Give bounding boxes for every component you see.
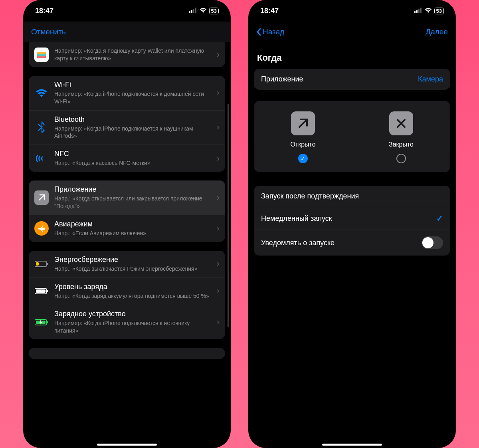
home-indicator[interactable]	[97, 444, 157, 446]
chevron-right-icon: ›	[217, 153, 220, 164]
open-icon	[291, 111, 315, 135]
wifi-icon	[34, 86, 49, 100]
status-time: 18:47	[35, 7, 53, 15]
charger-icon	[34, 315, 49, 329]
row-subtitle: Напр.: «Если Авиарежим включен»	[54, 230, 211, 237]
svg-rect-16	[47, 321, 48, 323]
row-immediate[interactable]: Немедленный запуск ✓	[254, 207, 450, 230]
home-indicator[interactable]	[322, 444, 382, 446]
chevron-left-icon	[256, 28, 261, 36]
battery-indicator: 53	[209, 8, 219, 14]
app-select-row[interactable]: Приложение Камера	[254, 69, 450, 90]
group-wallet: Например: «Когда я подношу карту Wallet …	[29, 42, 225, 67]
row-title: Авиарежим	[54, 220, 211, 228]
low-power-icon	[34, 257, 49, 271]
svg-rect-13	[47, 290, 48, 292]
status-time: 18:47	[260, 7, 279, 15]
chevron-right-icon: ›	[217, 286, 220, 296]
svg-rect-5	[37, 52, 46, 54]
row-airplane[interactable]: Авиарежим Напр.: «Если Авиарежим включен…	[29, 215, 225, 242]
cancel-button[interactable]: Отменить	[31, 28, 66, 36]
row-wallet[interactable]: Например: «Когда я подношу карту Wallet …	[29, 42, 225, 67]
run-settings: Запуск после подтверждения Немедленный з…	[254, 186, 450, 256]
radio-open[interactable]: ✓	[298, 154, 308, 163]
row-charger[interactable]: Зарядное устройство Например: «Когда iPh…	[29, 305, 225, 339]
chevron-right-icon: ›	[217, 317, 220, 327]
battery-icon	[34, 284, 49, 298]
chevron-right-icon: ›	[217, 122, 220, 133]
wallet-icon	[34, 48, 49, 62]
group-app: Приложение Напр.: «Когда открывается или…	[29, 180, 225, 242]
row-subtitle: Напр.: «Когда открывается или закрываетс…	[54, 195, 211, 210]
back-label: Назад	[263, 28, 284, 36]
group-cut	[29, 348, 225, 359]
section-title: Когда	[257, 53, 450, 63]
row-subtitle: Например: «Когда я подношу карту Wallet …	[54, 47, 211, 62]
setting-label: Немедленный запуск	[261, 214, 332, 223]
option-close[interactable]: Закрыто	[352, 111, 450, 163]
close-icon	[389, 111, 413, 135]
svg-rect-12	[36, 289, 46, 293]
svg-rect-10	[47, 263, 48, 265]
svg-rect-2	[193, 9, 194, 13]
chevron-right-icon: ›	[217, 223, 220, 234]
row-lowpower[interactable]: Энергосбережение Напр.: «Когда выключает…	[29, 251, 225, 278]
row-nfc[interactable]: NFC Напр.: «Когда я касаюсь NFC-метки» ›	[29, 145, 225, 172]
row-subtitle: Например: «Когда iPhone подключается к д…	[54, 90, 211, 105]
svg-rect-9	[36, 262, 39, 266]
option-open[interactable]: Открыто ✓	[254, 111, 352, 163]
row-subtitle: Напр.: «Когда заряд аккумулятора подниме…	[54, 292, 211, 300]
setting-label: Запуск после подтверждения	[261, 192, 359, 200]
open-close-options: Открыто ✓ Закрыто	[254, 101, 450, 172]
row-notify[interactable]: Уведомлять о запуске	[254, 230, 450, 256]
group-connectivity: Wi-Fi Например: «Когда iPhone подключает…	[29, 76, 225, 172]
svg-rect-1	[191, 10, 192, 13]
option-label: Открыто	[290, 141, 315, 148]
kv-label: Приложение	[261, 75, 303, 83]
airplane-icon	[34, 221, 49, 236]
row-title: Зарядное устройство	[54, 310, 211, 318]
status-bar: 18:47 53	[23, 0, 231, 22]
row-subtitle: Напр.: «Когда выключается Режим энергосб…	[54, 265, 211, 273]
trigger-list[interactable]: Например: «Когда я подношу карту Wallet …	[23, 42, 231, 443]
next-button[interactable]: Далее	[426, 28, 448, 36]
row-confirm[interactable]: Запуск после подтверждения	[254, 186, 450, 207]
row-title: Bluetooth	[54, 115, 211, 124]
nav-bar-right: Назад Далее	[248, 22, 456, 42]
row-bluetooth[interactable]: Bluetooth Например: «Когда iPhone подклю…	[29, 110, 225, 145]
notify-toggle[interactable]	[422, 236, 443, 249]
scrollbar[interactable]	[228, 104, 229, 327]
radio-close[interactable]	[396, 154, 406, 163]
cellular-icon	[414, 7, 422, 15]
check-icon: ✓	[436, 214, 443, 223]
svg-rect-17	[414, 11, 416, 13]
phone-right: 18:47 53 Назад Далее Когда Приложение Ка…	[248, 0, 456, 448]
svg-rect-0	[189, 11, 190, 13]
row-wifi[interactable]: Wi-Fi Например: «Когда iPhone подключает…	[29, 76, 225, 110]
status-bar: 18:47 53	[248, 0, 456, 22]
wifi-icon	[200, 7, 207, 15]
nfc-icon	[34, 151, 49, 166]
back-button[interactable]: Назад	[256, 28, 284, 36]
row-title: Энергосбережение	[54, 256, 211, 264]
svg-rect-20	[420, 8, 422, 13]
battery-indicator: 53	[434, 8, 444, 14]
svg-rect-19	[418, 9, 420, 13]
row-battery-level[interactable]: Уровень заряда Напр.: «Когда заряд аккум…	[29, 278, 225, 305]
chevron-right-icon: ›	[217, 50, 220, 60]
status-right: 53	[414, 7, 444, 15]
row-subtitle: Например: «Когда iPhone подключается к н…	[54, 125, 211, 140]
row-title: Уровень заряда	[54, 283, 211, 291]
svg-rect-7	[37, 56, 46, 58]
setting-label: Уведомлять о запуске	[261, 239, 335, 247]
row-subtitle: Напр.: «Когда я касаюсь NFC-метки»	[54, 159, 211, 167]
nav-bar-left: Отменить	[23, 22, 231, 42]
group-power: Энергосбережение Напр.: «Когда выключает…	[29, 251, 225, 339]
row-title: Wi-Fi	[54, 81, 211, 89]
row-app[interactable]: Приложение Напр.: «Когда открывается или…	[29, 180, 225, 215]
svg-rect-3	[195, 8, 196, 13]
kv-value: Камера	[418, 75, 443, 83]
cellular-icon	[189, 7, 197, 15]
row-subtitle: Например: «Когда iPhone подключается к и…	[54, 319, 211, 335]
row-title: Приложение	[54, 185, 211, 194]
